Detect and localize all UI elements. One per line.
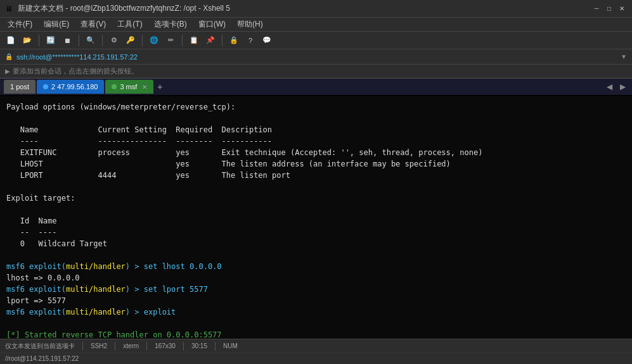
address-input[interactable] (16, 53, 617, 61)
menu-view[interactable]: 查看(V) (75, 18, 111, 31)
address-dropdown-icon[interactable]: ▼ (621, 53, 627, 60)
toolbar-sep-6 (222, 35, 222, 46)
window-controls: ─ □ ✕ (591, 4, 627, 14)
bottom-url-text: //root@114.215.191.57:22 (5, 355, 79, 362)
toolbar-sep-2 (79, 35, 79, 46)
tabs-bar: 1 post 2 47.99.56.180 3 msf ✕ + ◀ ▶ (0, 78, 632, 96)
status-term: xterm (123, 342, 139, 349)
tab-next-arrow[interactable]: ▶ (617, 81, 628, 92)
status-divider-2 (115, 342, 115, 351)
status-size: 167x30 (155, 342, 176, 349)
toolbar-help[interactable]: ? (243, 34, 257, 47)
menu-help[interactable]: 帮助(H) (232, 18, 268, 31)
status-pos: 30:15 (191, 342, 207, 349)
tab-info-dot (43, 84, 48, 89)
toolbar: 📄 📂 🔄 ⏹ 🔍 ⚙ 🔑 🌐 ✏ 📋 📌 🔒 ? 💬 (0, 32, 632, 49)
menu-tools[interactable]: 工具(T) (112, 18, 147, 31)
tab-prev-arrow[interactable]: ◀ (604, 81, 615, 92)
tab-info[interactable]: 2 47.99.56.180 (37, 80, 104, 94)
title-bar-left: 🖥 新建文本文档 - root@lZbp130bctfwzmzfytqhnzZ:… (5, 3, 230, 14)
terminal[interactable]: Payload options (windows/meterpreter/rev… (0, 96, 632, 364)
status-text: 仅文本发送到当前选项卡 (5, 342, 75, 351)
menu-file[interactable]: 文件(F) (3, 18, 37, 31)
toolbar-sep-3 (102, 35, 103, 46)
toolbar-sep-1 (39, 35, 39, 46)
toolbar-comment[interactable]: 💬 (260, 34, 274, 47)
tabs-navigation: ◀ ▶ (604, 81, 628, 92)
tab-msf-dot (112, 84, 117, 89)
app-icon: 🖥 (5, 4, 13, 13)
tab-post-label: 1 post (10, 83, 29, 91)
toolbar-stop[interactable]: ⏹ (60, 34, 74, 47)
status-divider-3 (146, 342, 147, 351)
status-divider-1 (82, 342, 83, 351)
maximize-button[interactable]: □ (604, 4, 614, 14)
toolbar-paste[interactable]: 📌 (203, 34, 217, 47)
menu-bar: 文件(F) 编辑(E) 查看(V) 工具(T) 选项卡(B) 窗口(W) 帮助(… (0, 18, 632, 32)
toolbar-copy[interactable]: 📋 (187, 34, 201, 47)
quick-arrow-icon: ▶ (5, 68, 10, 75)
toolbar-globe[interactable]: 🌐 (147, 34, 161, 47)
toolbar-key[interactable]: 🔑 (124, 34, 138, 47)
menu-window[interactable]: 窗口(W) (193, 18, 231, 31)
toolbar-search[interactable]: 🔍 (84, 34, 98, 47)
terminal-output: Payload options (windows/meterpreter/rev… (6, 101, 626, 364)
toolbar-new[interactable]: 📄 (4, 34, 18, 47)
lock-icon: 🔒 (5, 53, 13, 60)
tab-post[interactable]: 1 post (4, 80, 35, 94)
tab-msf-label: 3 msf (120, 83, 137, 91)
quick-bar: ▶ 要添加当前会话，点击左侧的箭头按钮。 (0, 65, 632, 78)
toolbar-settings[interactable]: ⚙ (107, 34, 121, 47)
tab-msf-close[interactable]: ✕ (142, 84, 147, 91)
status-bar: 仅文本发送到当前选项卡 SSH2 xterm 167x30 30:15 NUM (0, 339, 632, 353)
toolbar-refresh[interactable]: 🔄 (44, 34, 58, 47)
status-num: NUM (223, 342, 238, 349)
status-ssh: SSH2 (91, 342, 107, 349)
tab-msf[interactable]: 3 msf ✕ (105, 80, 153, 94)
status-divider-5 (215, 342, 216, 351)
minimize-button[interactable]: ─ (591, 4, 602, 14)
tab-add-button[interactable]: + (157, 82, 162, 92)
bottom-url-bar: //root@114.215.191.57:22 (0, 353, 632, 364)
toolbar-sep-5 (182, 35, 183, 46)
title-bar: 🖥 新建文本文档 - root@lZbp130bctfwzmzfytqhnzZ:… (0, 0, 632, 18)
close-button[interactable]: ✕ (617, 4, 627, 14)
toolbar-edit[interactable]: ✏ (164, 34, 177, 47)
toolbar-sep-4 (142, 35, 143, 46)
tab-info-label: 2 47.99.56.180 (51, 83, 98, 91)
status-divider-4 (183, 342, 184, 351)
address-bar: 🔒 ▼ (0, 49, 632, 65)
window-title: 新建文本文档 - root@lZbp130bctfwzmzfytqhnzZ: /… (18, 3, 230, 14)
menu-edit[interactable]: 编辑(E) (39, 18, 74, 31)
quick-bar-text: 要添加当前会话，点击左侧的箭头按钮。 (13, 66, 138, 76)
toolbar-lock[interactable]: 🔒 (227, 34, 241, 47)
menu-tabs[interactable]: 选项卡(B) (149, 18, 192, 31)
toolbar-open[interactable]: 📂 (20, 34, 34, 47)
